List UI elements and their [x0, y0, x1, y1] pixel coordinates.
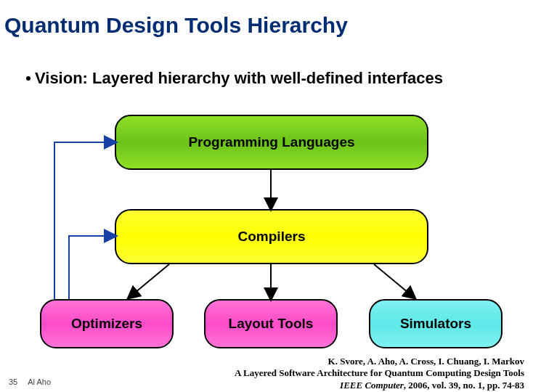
citation-title: A Layered Software Architecture for Quan… — [235, 367, 524, 379]
box-optimizers: Optimizers — [40, 299, 174, 348]
footer-author: Al Aho — [28, 377, 51, 386]
box-programming-languages: Programming Languages — [115, 115, 428, 170]
box-label: Compilers — [238, 229, 306, 245]
box-compilers: Compilers — [115, 209, 428, 264]
bullet-icon — [26, 76, 30, 81]
box-label: Optimizers — [71, 316, 142, 332]
arrow-feedback-icon — [69, 236, 113, 299]
footer: 35 Al Aho — [9, 377, 51, 386]
box-label: Simulators — [400, 316, 471, 332]
arrow-down-icon — [374, 264, 412, 296]
citation: K. Svore, A. Aho, A. Cross, I. Chuang, I… — [235, 356, 524, 391]
arrow-down-icon — [131, 264, 169, 296]
box-simulators: Simulators — [369, 299, 503, 348]
box-label: Programming Languages — [188, 134, 354, 150]
vision-bullet: Vision: Layered hierarchy with well-defi… — [26, 69, 443, 88]
box-layout-tools: Layout Tools — [204, 299, 338, 348]
page-title: Quantum Design Tools Hierarchy — [4, 13, 348, 38]
box-label: Layout Tools — [229, 316, 314, 332]
arrow-feedback-icon — [54, 142, 113, 299]
citation-ref-tail: , 2006, vol. 39, no. 1, pp. 74-83 — [404, 380, 524, 391]
page-number: 35 — [9, 377, 17, 386]
citation-ref-journal: IEEE Computer — [340, 380, 404, 391]
citation-ref: IEEE Computer, 2006, vol. 39, no. 1, pp.… — [235, 380, 524, 391]
vision-text: Vision: Layered hierarchy with well-defi… — [35, 69, 443, 88]
citation-authors: K. Svore, A. Aho, A. Cross, I. Chuang, I… — [235, 356, 524, 367]
